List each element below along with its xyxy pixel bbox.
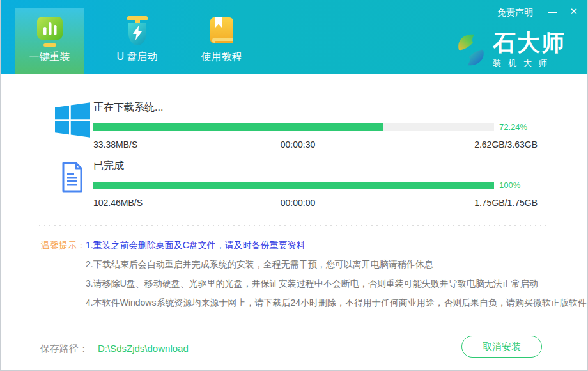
download-section-pe: 已完成 100% 102.46MB/S 00:00:00 1.75GB/1.75… [55, 159, 538, 209]
book-icon [207, 15, 236, 47]
download-size: 1.75GB/1.75GB [474, 198, 538, 208]
brand-mark-icon [456, 32, 486, 68]
brand-logo: 石大师 装机大师 [456, 31, 566, 69]
tab-label: U 盘启动 [117, 51, 158, 64]
download-speed: 102.46MB/S [93, 198, 143, 208]
tips-label: 温馨提示： [41, 240, 86, 251]
download-title: 正在下载系统... [93, 100, 538, 114]
chart-icon [35, 15, 65, 47]
brand-name: 石大师 [493, 31, 566, 55]
download-stats: 33.38MB/S 00:00:30 2.62GB/3.63GB [93, 139, 538, 151]
dotted-separator [39, 225, 550, 226]
progress-fill [93, 182, 494, 189]
tab-one-click-reinstall[interactable]: 一键重装 [15, 8, 84, 74]
tab-label: 使用教程 [201, 51, 242, 64]
brand-subtitle: 装机大师 [493, 58, 566, 69]
tip-item-2: 2.下载结束后会自动重启并完成系统的安装，全程无需干预，您可以离开电脑请稍作休息 [86, 255, 578, 274]
close-icon[interactable]: ✕ [569, 5, 578, 18]
footer-separator [15, 326, 573, 326]
disclaimer-link[interactable]: 免责声明 [497, 7, 533, 19]
download-speed: 33.38MB/S [93, 139, 137, 150]
usb-shield-icon [123, 15, 152, 47]
app-window: 一键重装 U 盘启动 [0, 0, 588, 371]
download-title: 已完成 [93, 159, 538, 173]
tab-usb-boot[interactable]: U 盘启动 [103, 8, 171, 74]
save-path-value: D:\SdsZjds\download [98, 343, 189, 354]
download-time: 00:00:30 [272, 139, 323, 150]
header-bar: 一键重装 U 盘启动 [1, 0, 587, 74]
tip-item-1: 1.重装之前会删除桌面及C盘文件，请及时备份重要资料 [86, 235, 578, 255]
minimize-icon[interactable] [548, 12, 557, 13]
tab-tutorial[interactable]: 使用教程 [187, 8, 256, 74]
progress-percent: 100% [499, 180, 520, 190]
cancel-install-button[interactable]: 取消安装 [461, 336, 542, 358]
progress-fill [93, 123, 383, 131]
download-stats: 102.46MB/S 00:00:00 1.75GB/1.75GB [93, 198, 538, 209]
tips-list: 1.重装之前会删除桌面及C盘文件，请及时备份重要资料 2.下载结束后会自动重启并… [86, 235, 578, 312]
save-path-label: 保存路径： [40, 343, 88, 355]
download-time: 00:00:00 [272, 198, 323, 208]
tip-item-4: 4.本软件Windows系统资源均来源于网上，请下载后24小时删除，不得用于任何… [86, 293, 578, 312]
document-icon [55, 161, 88, 194]
download-section-system: 正在下载系统... 72.24% 33.38MB/S 00:00:30 2.62… [55, 100, 538, 151]
progress-track [93, 123, 494, 131]
windows-logo [55, 102, 90, 138]
tab-label: 一键重装 [29, 51, 70, 64]
progress-track [93, 182, 494, 189]
download-size: 2.62GB/3.63GB [474, 139, 538, 150]
progress-percent: 72.24% [499, 122, 527, 132]
tip-item-3: 3.请移除U盘、移动硬盘、光驱里的光盘，并保证安装过程中不会断电，否则重装可能失… [86, 274, 578, 293]
